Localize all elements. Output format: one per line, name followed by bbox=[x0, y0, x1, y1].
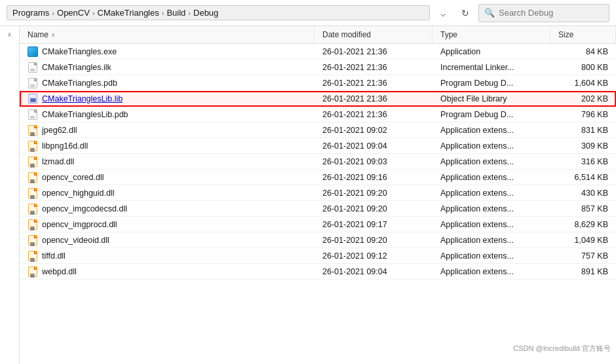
file-name: CMakeTriangles.exe bbox=[42, 47, 117, 56]
file-icon-dll bbox=[28, 219, 38, 230]
file-type: Incremental Linker... bbox=[433, 60, 550, 75]
file-size: 1,604 KB bbox=[550, 75, 616, 90]
file-date: 26-01-2021 09:02 bbox=[315, 122, 433, 137]
breadcrumb-sep-3: › bbox=[162, 9, 164, 17]
breadcrumb-path[interactable]: Programs › OpenCV › CMakeTriangles › Bui… bbox=[7, 5, 430, 20]
file-size: 1,049 KB bbox=[550, 232, 616, 247]
breadcrumb-sep-1: › bbox=[52, 9, 54, 17]
file-rows: CMakeTriangles.exe 26-01-2021 21:36 Appl… bbox=[20, 44, 616, 280]
file-type: Application extens... bbox=[433, 201, 550, 216]
table-row[interactable]: tiffd.dll 26-01-2021 09:12 Application e… bbox=[20, 248, 616, 264]
table-row[interactable]: opencv_imgcodecsd.dll 26-01-2021 09:20 A… bbox=[20, 201, 616, 217]
file-icon-dll bbox=[28, 125, 38, 136]
file-type: Object File Library bbox=[433, 91, 550, 106]
file-type: Application bbox=[433, 44, 550, 59]
file-size: 796 KB bbox=[550, 107, 616, 122]
file-name: tiffd.dll bbox=[42, 251, 66, 261]
column-headers: Name ∧ Date modified Type Size bbox=[20, 26, 616, 44]
table-row[interactable]: libpng16d.dll 26-01-2021 09:04 Applicati… bbox=[20, 138, 616, 154]
file-date: 26-01-2021 21:36 bbox=[315, 107, 433, 122]
file-date: 26-01-2021 09:17 bbox=[315, 217, 433, 232]
table-row[interactable]: lzmad.dll 26-01-2021 09:03 Application e… bbox=[20, 154, 616, 170]
file-size: 430 KB bbox=[550, 185, 616, 200]
table-row[interactable]: opencv_cored.dll 26-01-2021 09:16 Applic… bbox=[20, 170, 616, 185]
file-size: 857 KB bbox=[550, 201, 616, 216]
file-name-cell: opencv_imgcodecsd.dll bbox=[20, 201, 315, 216]
sort-arrow-name: ∧ bbox=[51, 31, 56, 38]
search-box[interactable]: 🔍 bbox=[478, 4, 609, 22]
search-input[interactable] bbox=[499, 8, 604, 18]
nav-up-arrow[interactable]: ∧ bbox=[3, 29, 16, 39]
breadcrumb-build[interactable]: Build bbox=[166, 8, 185, 18]
main-content: ∧ Name ∧ Date modified Type Size CMakeTr… bbox=[0, 26, 616, 364]
file-type: Application extens... bbox=[433, 232, 550, 247]
table-row[interactable]: webpd.dll 26-01-2021 09:04 Application e… bbox=[20, 264, 616, 280]
file-date: 26-01-2021 09:04 bbox=[315, 264, 433, 279]
file-date: 26-01-2021 09:04 bbox=[315, 138, 433, 153]
file-name: webpd.dll bbox=[42, 267, 77, 276]
file-icon-doc bbox=[28, 109, 38, 120]
file-name: opencv_imgprocd.dll bbox=[42, 220, 117, 229]
file-size: 800 KB bbox=[550, 60, 616, 75]
table-row[interactable]: CMakeTriangles.exe 26-01-2021 21:36 Appl… bbox=[20, 44, 616, 60]
file-size: 757 KB bbox=[550, 248, 616, 263]
table-row[interactable]: CMakeTrianglesLib.pdb 26-01-2021 21:36 P… bbox=[20, 107, 616, 122]
file-type: Program Debug D... bbox=[433, 107, 550, 122]
file-name-cell: opencv_highguid.dll bbox=[20, 185, 315, 200]
file-size: 84 KB bbox=[550, 44, 616, 59]
refresh-button[interactable]: ↻ bbox=[456, 4, 474, 22]
col-header-date[interactable]: Date modified bbox=[315, 26, 433, 43]
table-row[interactable]: opencv_imgprocd.dll 26-01-2021 09:17 App… bbox=[20, 217, 616, 232]
breadcrumb-cmaketriangles[interactable]: CMakeTriangles bbox=[98, 8, 159, 18]
file-type: Application extens... bbox=[433, 154, 550, 169]
breadcrumb-debug[interactable]: Debug bbox=[193, 8, 218, 18]
file-name-cell: lzmad.dll bbox=[20, 154, 315, 169]
address-bar: Programs › OpenCV › CMakeTriangles › Bui… bbox=[0, 0, 616, 26]
table-row[interactable]: CMakeTriangles.ilk 26-01-2021 21:36 Incr… bbox=[20, 60, 616, 75]
file-date: 26-01-2021 09:20 bbox=[315, 185, 433, 200]
file-icon-doc bbox=[28, 62, 38, 73]
file-icon-doc bbox=[28, 78, 38, 88]
file-name: libpng16d.dll bbox=[42, 141, 88, 151]
file-icon-dll bbox=[28, 141, 38, 151]
file-size: 831 KB bbox=[550, 122, 616, 137]
file-name-cell: CMakeTrianglesLib.pdb bbox=[20, 107, 315, 122]
file-icon-dll bbox=[28, 156, 38, 167]
file-name: opencv_videoid.dll bbox=[42, 236, 109, 245]
file-date: 26-01-2021 21:36 bbox=[315, 75, 433, 90]
file-date: 26-01-2021 09:20 bbox=[315, 232, 433, 247]
file-size: 8,629 KB bbox=[550, 217, 616, 232]
file-name-cell: opencv_imgprocd.dll bbox=[20, 217, 315, 232]
file-name: CMakeTrianglesLib.lib bbox=[42, 94, 123, 103]
col-header-type[interactable]: Type bbox=[433, 26, 550, 43]
col-header-size[interactable]: Size bbox=[550, 26, 616, 43]
file-name: CMakeTriangles.ilk bbox=[42, 63, 111, 72]
left-nav: ∧ bbox=[0, 26, 20, 364]
file-type: Program Debug D... bbox=[433, 75, 550, 90]
file-name: opencv_cored.dll bbox=[42, 173, 104, 182]
file-name-cell: jpeg62.dll bbox=[20, 122, 315, 137]
file-name-cell: opencv_videoid.dll bbox=[20, 232, 315, 247]
col-header-name[interactable]: Name ∧ bbox=[20, 26, 315, 43]
file-icon-dll bbox=[28, 235, 38, 246]
table-row[interactable]: CMakeTrianglesLib.lib 26-01-2021 21:36 O… bbox=[20, 91, 616, 107]
file-icon-dll bbox=[28, 204, 38, 214]
file-date: 26-01-2021 09:03 bbox=[315, 154, 433, 169]
breadcrumb-opencv[interactable]: OpenCV bbox=[57, 8, 90, 18]
table-row[interactable]: opencv_videoid.dll 26-01-2021 09:20 Appl… bbox=[20, 232, 616, 248]
file-name-cell: CMakeTrianglesLib.lib bbox=[20, 91, 315, 106]
file-icon-lib bbox=[28, 94, 38, 104]
file-date: 26-01-2021 21:36 bbox=[315, 44, 433, 59]
breadcrumb-sep-4: › bbox=[188, 9, 191, 17]
dropdown-button[interactable]: ⌵ bbox=[434, 4, 452, 22]
file-size: 6,514 KB bbox=[550, 170, 616, 185]
file-date: 26-01-2021 09:16 bbox=[315, 170, 433, 185]
table-row[interactable]: jpeg62.dll 26-01-2021 09:02 Application … bbox=[20, 122, 616, 138]
file-list-container: Name ∧ Date modified Type Size CMakeTria… bbox=[20, 26, 616, 364]
table-row[interactable]: CMakeTriangles.pdb 26-01-2021 21:36 Prog… bbox=[20, 75, 616, 91]
breadcrumb-programs[interactable]: Programs bbox=[12, 8, 49, 18]
table-row[interactable]: opencv_highguid.dll 26-01-2021 09:20 App… bbox=[20, 185, 616, 201]
file-name: CMakeTriangles.pdb bbox=[42, 79, 117, 88]
file-date: 26-01-2021 21:36 bbox=[315, 91, 433, 106]
file-type: Application extens... bbox=[433, 185, 550, 200]
